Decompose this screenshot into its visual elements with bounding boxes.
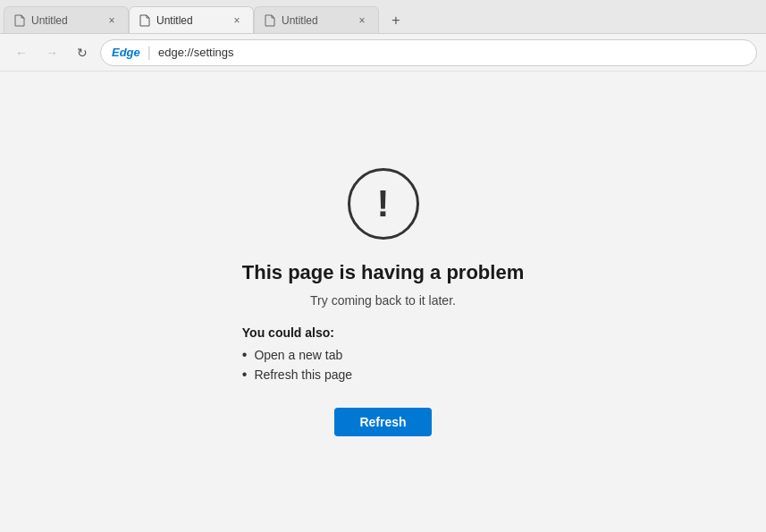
suggestions-title: You could also: <box>242 325 524 340</box>
edge-logo: Edge <box>112 46 140 59</box>
nav-bar: ← → ↻ Edge | edge://settings <box>0 34 766 72</box>
back-button[interactable]: ← <box>9 40 34 65</box>
tab-2[interactable]: Untitled × <box>129 6 254 33</box>
tab-2-close[interactable]: × <box>230 13 244 28</box>
tab-1-title: Untitled <box>31 14 99 27</box>
suggestion-1: Open a new tab <box>242 347 524 363</box>
tab-3-close[interactable]: × <box>355 13 369 28</box>
suggestion-2: Refresh this page <box>242 367 524 383</box>
refresh-page-button[interactable]: Refresh <box>334 408 431 436</box>
forward-button[interactable]: → <box>39 40 64 65</box>
tab-bar: Untitled × Untitled × Untitled × + <box>0 0 766 34</box>
exclamation-mark: ! <box>377 182 390 225</box>
browser-window: Untitled × Untitled × Untitled × + ← → ↻ <box>0 0 766 532</box>
tab-1-close[interactable]: × <box>105 13 119 28</box>
error-icon: ! <box>348 168 419 240</box>
error-container: ! This page is having a problem Try comi… <box>242 168 524 436</box>
new-tab-button[interactable]: + <box>383 8 409 33</box>
address-bar[interactable]: Edge | edge://settings <box>100 39 757 66</box>
error-subtitle: Try coming back to it later. <box>310 293 456 308</box>
tab-3[interactable]: Untitled × <box>254 6 379 33</box>
page-content: ! This page is having a problem Try comi… <box>0 72 766 532</box>
url-text: edge://settings <box>158 46 234 59</box>
error-suggestions: You could also: Open a new tab Refresh t… <box>242 325 524 386</box>
tab-1-icon <box>13 14 26 27</box>
tab-3-title: Untitled <box>282 14 349 27</box>
tab-3-icon <box>264 14 276 27</box>
tab-1[interactable]: Untitled × <box>4 6 129 33</box>
refresh-button[interactable]: ↻ <box>70 40 95 65</box>
tab-2-icon <box>139 14 151 27</box>
tab-2-title: Untitled <box>156 14 224 27</box>
address-bar-divider: | <box>147 45 151 61</box>
error-title: This page is having a problem <box>242 261 524 284</box>
